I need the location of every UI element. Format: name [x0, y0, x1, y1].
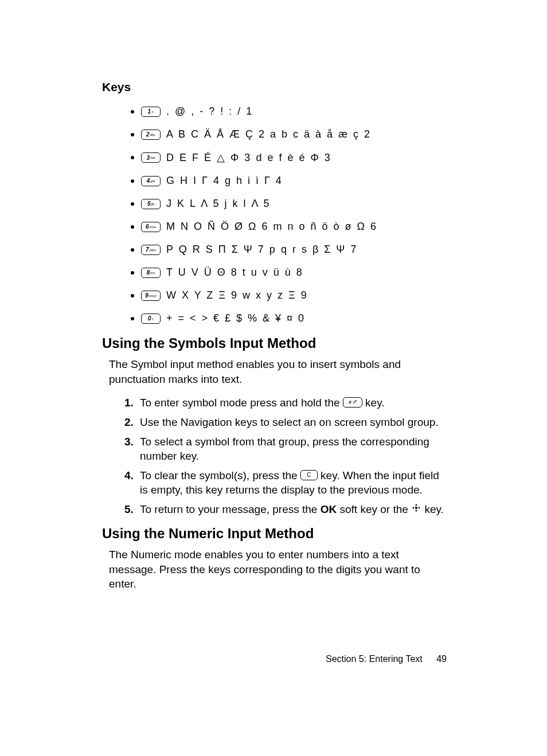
step-item: To select a symbol from that group, pres…	[136, 434, 447, 464]
keycap-icon: 5jkl	[141, 199, 161, 209]
hash-key-icon: #	[343, 397, 362, 408]
step-text: Use the Navigation keys to select an on …	[140, 416, 439, 428]
key-row: 9wxyz W X Y Z Ξ 9 w x y z Ξ 9	[131, 289, 447, 301]
key-chars: G H I Γ 4 g h i ì Γ 4	[166, 175, 283, 187]
key-chars: . @ , - ? ! : / 1	[166, 105, 253, 117]
ok-label: OK	[321, 503, 337, 515]
key-row: 5jkl J K L Λ 5 j k l Λ 5	[131, 198, 447, 210]
speaker-icon	[411, 502, 421, 517]
key-chars: J K L Λ 5 j k l Λ 5	[166, 198, 271, 210]
symbols-heading: Using the Symbols Input Method	[102, 335, 447, 351]
key-row: 6mno M N O Ñ Ö Ø Ω 6 m n o ñ ö ò ø Ω 6	[131, 221, 447, 233]
step-text: key.	[365, 397, 384, 409]
step-text: soft key or the	[340, 503, 412, 515]
key-chars: A B C Ä Å Æ Ç 2 a b c ä à å æ ç 2	[166, 128, 372, 140]
symbols-paragraph: The Symbol input method enables you to i…	[109, 357, 447, 386]
document-page: Keys 1∞ . @ , - ? ! : / 1 2abc A B C Ä Å…	[0, 0, 547, 756]
footer-page-number: 49	[436, 654, 447, 664]
keycap-icon: 1∞	[141, 107, 161, 117]
key-chars: M N O Ñ Ö Ø Ω 6 m n o ñ ö ò ø Ω 6	[166, 221, 378, 233]
step-text: key.	[424, 503, 443, 515]
bullet-icon	[131, 271, 134, 275]
bullet-icon	[131, 133, 134, 136]
bullet-icon	[131, 110, 134, 113]
key-chars: D E F É △ Φ 3 d e f è é Φ 3	[166, 151, 331, 164]
keys-heading: Keys	[102, 80, 447, 94]
key-row: 4ghi G H I Γ 4 g h i ì Γ 4	[131, 175, 447, 187]
key-chars: + = < > € £ $ % & ¥ ¤ 0	[166, 312, 306, 324]
numeric-paragraph: The Numeric mode enables you to enter nu…	[109, 547, 447, 592]
keycap-icon: 0+	[141, 314, 161, 324]
bullet-icon	[131, 202, 134, 206]
key-row: 7pqrs P Q R S Π Σ Ψ 7 p q r s β Σ Ψ 7	[131, 244, 447, 256]
keycap-icon: 3def	[141, 152, 161, 163]
bullet-icon	[131, 179, 134, 183]
key-row: 0+ + = < > € £ $ % & ¥ ¤ 0	[131, 312, 447, 324]
clear-key-icon: C	[300, 470, 318, 480]
keycap-icon: 8tuv	[141, 268, 161, 278]
step-text: To clear the symbol(s), press the	[140, 469, 300, 481]
page-footer: Section 5: Entering Text 49	[326, 654, 447, 664]
key-row: 1∞ . @ , - ? ! : / 1	[131, 105, 447, 117]
step-text: To return to your message, press the	[140, 503, 321, 515]
bullet-icon	[131, 225, 134, 229]
svg-point-1	[415, 507, 417, 509]
key-row: 2abc A B C Ä Å Æ Ç 2 a b c ä à å æ ç 2	[131, 128, 447, 140]
svg-text:#: #	[349, 399, 351, 405]
key-row: 3def D E F É △ Φ 3 d e f è é Φ 3	[131, 151, 447, 164]
keycap-icon: 2abc	[141, 130, 161, 140]
bullet-icon	[131, 248, 134, 252]
key-row: 8tuv T U V Ü Θ 8 t u v ü ù 8	[131, 267, 447, 279]
bullet-icon	[131, 156, 134, 159]
step-item: To enter symbol mode press and hold the …	[136, 395, 447, 410]
key-chars: T U V Ü Θ 8 t u v ü ù 8	[166, 267, 303, 279]
steps-list: To enter symbol mode press and hold the …	[136, 395, 447, 518]
bullet-icon	[131, 294, 134, 297]
keycap-icon: 7pqrs	[141, 245, 161, 255]
key-chars: W X Y Z Ξ 9 w x y z Ξ 9	[166, 289, 308, 301]
keycap-icon: 9wxyz	[141, 291, 161, 301]
numeric-heading: Using the Numeric Input Method	[102, 526, 447, 542]
footer-section: Section 5: Entering Text	[326, 654, 423, 664]
step-item: To return to your message, press the OK …	[136, 502, 447, 518]
bullet-icon	[131, 317, 134, 320]
keys-list: 1∞ . @ , - ? ! : / 1 2abc A B C Ä Å Æ Ç …	[131, 105, 447, 324]
step-item: To clear the symbol(s), press the C key.…	[136, 468, 447, 498]
keycap-icon: 4ghi	[141, 176, 161, 186]
key-chars: P Q R S Π Σ Ψ 7 p q r s β Σ Ψ 7	[166, 244, 358, 256]
keycap-icon: 6mno	[141, 222, 161, 232]
step-text: To enter symbol mode press and hold the	[140, 397, 343, 409]
step-text: To select a symbol from that group, pres…	[140, 436, 429, 463]
step-item: Use the Navigation keys to select an on …	[136, 415, 447, 430]
